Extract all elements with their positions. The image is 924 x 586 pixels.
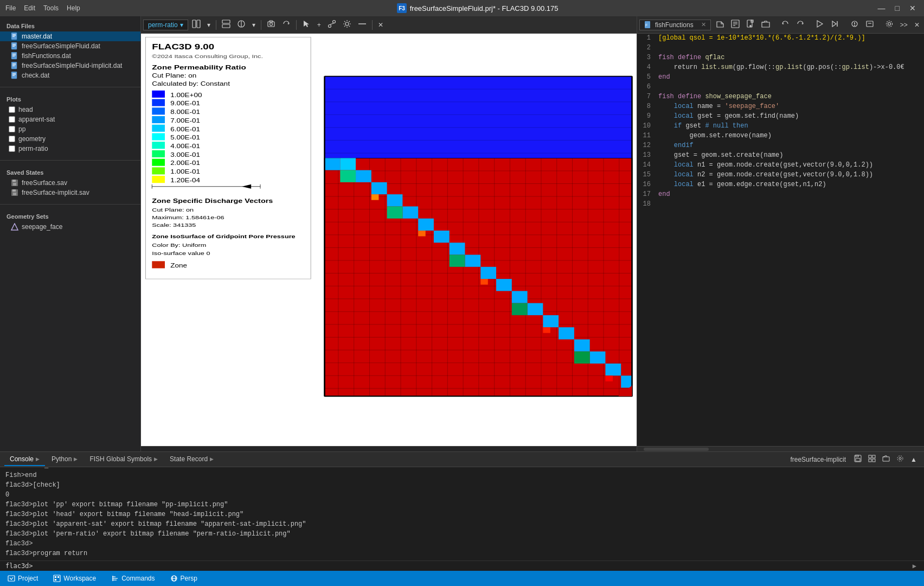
line-number: 18 [637,200,656,209]
line-number: 14 [637,161,656,170]
file-check-dat[interactable]: check.dat [0,71,140,80]
statusbar: Project Workspace Commands Persp [0,571,924,586]
saved-state-freesurface[interactable]: freeSurface.sav [0,178,140,188]
plot-canvas[interactable]: FLAC3D 9.00 ©2024 Itasca Consulting Grou… [141,34,637,446]
editor-toolbar-btn-x2[interactable] [863,18,877,31]
svg-rect-148 [574,339,590,351]
editor-open-button[interactable] [759,18,773,31]
svg-rect-19 [12,73,16,74]
menu-edit[interactable]: Edit [24,4,35,12]
editor-run-button[interactable] [813,18,827,31]
editor-toolbar-btn-x1[interactable] [848,18,862,31]
editor-scrollbar-thumb[interactable] [644,448,709,451]
plot-pp[interactable]: pp [0,124,140,134]
editor-toolbar-btn-2[interactable] [728,18,742,31]
geo-seepage-face[interactable]: seepage_face [0,222,140,232]
toolbar-add-button[interactable]: + [315,20,324,30]
console-folder-button[interactable] [880,453,893,466]
line-number: 1 [637,34,656,43]
toolbar-close-plot[interactable]: ✕ [375,20,386,30]
plot-head-checkbox[interactable] [9,106,15,113]
editor-file-tab[interactable]: F fishFunctions ✕ [639,20,711,30]
editor-step-button[interactable] [828,18,842,31]
minimize-button[interactable]: — [875,4,888,12]
code-line-9: 9 local gset = geom.set.find(name) [637,112,924,122]
plot-pp-checkbox[interactable] [9,126,15,132]
plot-apparent-sat[interactable]: apparent-sat [0,114,140,124]
status-persp[interactable]: Persp [167,575,201,582]
saved-state-freesurface-implicit[interactable]: freeSurface-implicit.sav [0,188,140,198]
menu-tools[interactable]: Tools [43,4,59,12]
editor-redo-button[interactable] [793,18,807,31]
toolbar-select-button[interactable] [299,18,313,31]
toolbar-separator-2 [261,20,261,30]
editor-new-button[interactable] [743,18,758,31]
plot-geometry[interactable]: geometry [0,134,140,144]
main-content: Data Files master.dat freeSurfaceSimpleF… [0,16,924,451]
file-master-dat[interactable]: master.dat [0,31,140,41]
status-workspace[interactable]: Workspace [50,575,99,582]
console-content: Fish> end_ifFish>endflac3d>[check]0flac3… [0,467,924,560]
console-settings-button[interactable] [894,453,907,466]
line-number: 13 [637,151,656,161]
line-content: fish define show_seepage_face [656,92,924,102]
status-project[interactable]: Project [4,575,41,582]
svg-point-38 [328,25,331,28]
plot-geometry-checkbox[interactable] [9,136,15,142]
tab-console[interactable]: Console ▶ [4,453,45,466]
code-editor[interactable]: 1[global qsol = 1e-10*1e3*10.*(6.*6.-1.2… [637,34,924,446]
toolbar-camera-button[interactable] [264,18,278,31]
console-input-area[interactable]: flac3d> ▶ [0,560,924,571]
console-input[interactable] [35,562,910,570]
file-freesurface-implicit-dat[interactable]: freeSurfaceSimpleFluid-implicit.dat [0,61,140,71]
toolbar-connect-button[interactable] [325,18,339,31]
toolbar-layout-button[interactable] [219,18,233,31]
titlebar-menu: File Edit Tools Help [5,4,80,12]
console-grid-button[interactable] [865,453,878,466]
tab-state-record[interactable]: State Record ▶ [164,453,219,466]
plot-perm-ratio[interactable]: perm-ratio [0,144,140,154]
svg-rect-161 [605,375,613,381]
svg-point-36 [270,23,272,26]
svg-rect-152 [340,170,356,182]
svg-rect-125 [325,77,632,158]
svg-rect-189 [856,458,860,461]
svg-rect-50 [152,91,165,98]
plot-name-button[interactable]: perm-ratio ▾ [143,20,188,30]
svg-rect-200 [55,579,56,581]
close-button[interactable]: ✕ [907,4,919,12]
editor-settings-button[interactable] [882,18,896,31]
view-options-button[interactable]: ▾ [204,20,213,30]
plot-head[interactable]: head [0,105,140,114]
svg-rect-159 [480,279,488,284]
console-save-button[interactable] [851,453,864,466]
editor-close-icon[interactable]: ✕ [701,21,706,28]
plot-scrollbar[interactable] [141,446,637,451]
menu-help[interactable]: Help [67,4,80,12]
plot-apparent-sat-checkbox[interactable] [9,116,15,123]
tab-python[interactable]: Python ▶ [46,453,83,466]
editor-panel-close[interactable]: ✕ [912,20,922,30]
toolbar-settings-button[interactable] [340,18,354,31]
svg-rect-16 [12,65,16,65]
status-commands[interactable]: Commands [108,575,158,582]
file-freesurface-dat[interactable]: freeSurfaceSimpleFluid.dat [0,41,140,51]
editor-horizontal-scrollbar[interactable] [637,446,924,451]
svg-text:4.00E-01: 4.00E-01 [170,143,200,149]
toolbar-refresh-button[interactable] [279,18,293,31]
console-scroll-up[interactable]: ▲ [908,454,920,465]
file-fishfunctions-dat[interactable]: fishFunctions.dat [0,51,140,61]
editor-more-button[interactable]: >> [897,20,910,30]
tab-fish-globals[interactable]: FISH Global Symbols ▶ [84,453,163,466]
editor-toolbar-btn-1[interactable] [713,18,727,31]
toolbar-btn-2[interactable] [234,18,248,31]
menu-file[interactable]: File [5,4,16,12]
maximize-button[interactable]: □ [893,4,902,12]
editor-undo-button[interactable] [778,18,792,31]
toolbar-expand-button[interactable] [355,18,369,31]
split-view-button[interactable] [189,18,203,31]
code-line-15: 15 local n2 = geom.node.create(gset,vect… [637,170,924,180]
toolbar-btn-3[interactable]: ▾ [249,20,258,30]
bottom-panel: Console ▶ Python ▶ FISH Global Symbols ▶… [0,451,924,571]
plot-perm-ratio-checkbox[interactable] [9,145,15,152]
